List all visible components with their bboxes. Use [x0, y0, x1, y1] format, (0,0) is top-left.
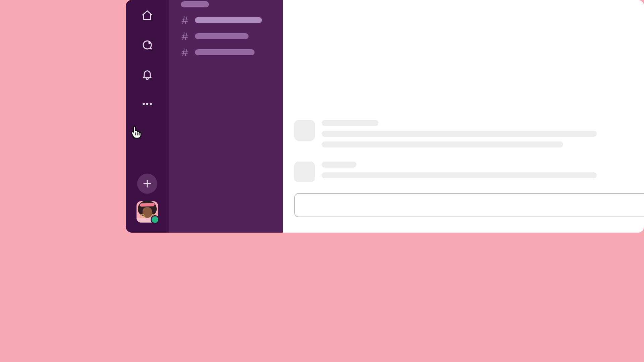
message-avatar[interactable]	[294, 162, 315, 182]
hash-icon: #	[181, 14, 189, 26]
message-text-placeholder	[322, 172, 597, 178]
hash-icon: #	[181, 31, 189, 42]
channel-section-header[interactable]	[181, 1, 209, 7]
presence-indicator	[151, 215, 159, 224]
channel-name-placeholder	[195, 33, 249, 39]
channel-item[interactable]: #	[169, 44, 283, 60]
hash-icon: #	[181, 47, 189, 58]
app-window: # # #	[126, 0, 644, 233]
message-item	[294, 120, 597, 147]
message-body	[322, 162, 597, 182]
svg-point-1	[143, 103, 145, 105]
message-avatar[interactable]	[294, 120, 315, 141]
message-pane	[283, 0, 644, 233]
message-text-placeholder	[322, 131, 597, 137]
svg-point-2	[146, 103, 149, 105]
channel-name-placeholder	[195, 17, 262, 23]
avatar-headband	[140, 203, 155, 207]
channel-name-placeholder	[195, 49, 255, 55]
user-avatar[interactable]	[137, 201, 158, 223]
message-author-placeholder	[322, 162, 357, 168]
ellipsis-icon[interactable]	[141, 98, 153, 110]
channel-item[interactable]: #	[169, 28, 283, 44]
add-button[interactable]	[137, 174, 157, 194]
nav-rail	[126, 0, 169, 233]
svg-point-3	[150, 103, 152, 105]
dm-icon[interactable]	[141, 39, 153, 51]
message-text-placeholder	[322, 141, 563, 147]
home-icon[interactable]	[141, 9, 153, 21]
message-body	[322, 120, 597, 147]
message-item	[294, 162, 597, 182]
channel-sidebar: # # #	[169, 0, 283, 233]
svg-point-0	[148, 42, 151, 44]
channel-item[interactable]: #	[169, 12, 283, 28]
message-author-placeholder	[322, 120, 379, 126]
bell-icon[interactable]	[141, 68, 153, 80]
message-composer[interactable]	[294, 193, 644, 217]
